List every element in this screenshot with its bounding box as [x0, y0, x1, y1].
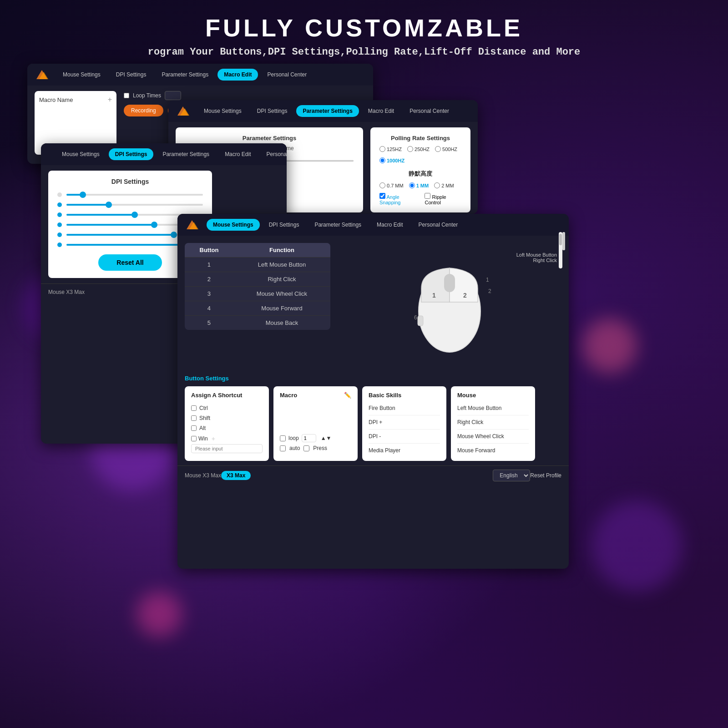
right-click-item[interactable]: Right Click	[457, 417, 529, 427]
nav-personal-center-4[interactable]: Personal Center	[412, 219, 464, 231]
nav-personal-center-2[interactable]: Personal Center	[403, 105, 455, 117]
ripple-control[interactable]: Ripple Control	[425, 193, 461, 205]
loop-checkbox[interactable]	[124, 93, 129, 98]
nav-macro-edit-2[interactable]: Macro Edit	[362, 105, 400, 117]
btn-func-2: Right Click	[233, 272, 330, 287]
plus-icon: +	[212, 435, 215, 442]
reset-profile-button[interactable]: Reset Profile	[530, 472, 561, 479]
divider-4	[457, 415, 529, 415]
auto-checkbox[interactable]	[280, 445, 286, 451]
polling-1000[interactable]: 1000HZ	[379, 157, 404, 163]
macro-panel: Macro ✏️ loop ▲▼ auto Press	[273, 386, 358, 461]
nav-param-settings-3[interactable]: Parameter Settings	[156, 148, 216, 160]
header: FULLY CUSTOMZABLE rogram Your Buttons,DP…	[0, 0, 728, 58]
svg-text:1: 1	[486, 277, 489, 283]
table-row[interactable]: 4 Mouse Forward	[185, 301, 330, 316]
lod-07[interactable]: 0.7 MM	[379, 182, 404, 188]
nav-param-settings-2[interactable]: Parameter Settings	[296, 105, 359, 117]
nav-param-settings-4[interactable]: Parameter Settings	[308, 219, 368, 231]
lod-2[interactable]: 2 MM	[434, 182, 454, 188]
loft-label: Loft Mouse Button	[516, 252, 557, 258]
macro-name-label: Macro Name	[39, 96, 73, 103]
dpi-title: DPI Settings	[57, 178, 203, 185]
win3-nav: Mouse Settings DPI Settings Parameter Se…	[41, 143, 287, 165]
wheel-click-item[interactable]: Mouse Wheel Click	[457, 431, 529, 441]
loop-input[interactable]: 1	[165, 91, 181, 100]
lod-1[interactable]: 1 MM	[409, 182, 429, 188]
ctrl-item: Ctrl	[191, 403, 263, 413]
dpi-minus-item[interactable]: DPI -	[369, 431, 440, 441]
nav-personal-center-3[interactable]: Personal Center	[260, 148, 287, 160]
press-label: Press	[313, 445, 327, 451]
fire-button-item[interactable]: Fire Button	[369, 403, 440, 413]
macro-loop-checkbox[interactable]	[280, 435, 286, 441]
shortcut-input[interactable]	[191, 444, 263, 453]
dpi-dot-6	[57, 243, 62, 247]
btn-num-1: 1	[185, 258, 233, 272]
svg-text:2: 2	[463, 292, 467, 299]
shift-checkbox[interactable]	[191, 415, 197, 421]
nav-dpi-settings-2[interactable]: DPI Settings	[251, 105, 294, 117]
add-macro-icon[interactable]: +	[108, 96, 112, 104]
table-header-button: Button	[185, 243, 233, 258]
win-checkbox[interactable]	[191, 436, 197, 441]
polling-125[interactable]: 125HZ	[379, 146, 402, 152]
loop-row: Loop Times 1	[124, 91, 366, 100]
auto-label: auto	[289, 445, 300, 451]
win4-nav: Mouse Settings DPI Settings Parameter Se…	[177, 214, 569, 236]
ctrl-checkbox[interactable]	[191, 405, 197, 411]
mouse-forward-item[interactable]: Mouse Forward	[457, 445, 529, 455]
media-player-item[interactable]: Media Player	[369, 445, 440, 455]
nav-mouse-settings-2[interactable]: Mouse Settings	[197, 105, 248, 117]
polling-rate-card: Polling Rate Settings 125HZ 250HZ 500HZ …	[370, 127, 470, 212]
nav-dpi-settings-3[interactable]: DPI Settings	[109, 148, 154, 160]
loop-label: Loop Times	[133, 92, 161, 99]
recording-button[interactable]: Recording	[124, 105, 163, 116]
extra-options: Angle Snapping Ripple Control	[379, 193, 461, 205]
win-row: Win +	[191, 435, 263, 442]
polling-title: Polling Rate Settings	[379, 135, 461, 142]
nav-macro-edit-3[interactable]: Macro Edit	[218, 148, 257, 160]
table-row[interactable]: 2 Right Click	[185, 272, 330, 287]
table-row[interactable]: 3 Mouse Wheel Click	[185, 287, 330, 301]
lift-off-options: 0.7 MM 1 MM 2 MM	[379, 182, 461, 188]
nav-dpi-settings-1[interactable]: DPI Settings	[110, 69, 153, 81]
param-card-title: Parameter Settings	[185, 135, 354, 142]
nav-dpi-settings-4[interactable]: DPI Settings	[263, 219, 306, 231]
shortcut-scrollbar[interactable]	[559, 232, 562, 268]
reset-all-button[interactable]: Reset All	[98, 254, 162, 271]
nav-mouse-settings-4[interactable]: Mouse Settings	[207, 219, 260, 231]
dpi-plus-item[interactable]: DPI +	[369, 417, 440, 427]
dpi-slider-2[interactable]	[66, 204, 203, 206]
divider-1	[369, 415, 440, 415]
press-checkbox[interactable]	[303, 445, 309, 451]
nav-mouse-settings-3[interactable]: Mouse Settings	[56, 148, 106, 160]
nav-mouse-settings-1[interactable]: Mouse Settings	[56, 69, 107, 81]
sub-title: rogram Your Buttons,DPI Settings,Polling…	[0, 46, 728, 58]
button-table-area: Button Function 1 Left Mouse Button 2 Ri…	[185, 243, 330, 361]
svg-text:1: 1	[432, 292, 436, 299]
alt-label: Alt	[199, 425, 206, 431]
nav-param-settings-1[interactable]: Parameter Settings	[155, 69, 215, 81]
nav-macro-edit-1[interactable]: Macro Edit	[217, 69, 258, 81]
language-select[interactable]: English	[493, 470, 530, 481]
shift-label: Shift	[199, 415, 210, 421]
win1-nav: Mouse Settings DPI Settings Parameter Se…	[27, 64, 373, 86]
btn-num-3: 3	[185, 287, 233, 301]
angle-snapping[interactable]: Angle Snapping	[379, 193, 419, 205]
nav-macro-edit-4[interactable]: Macro Edit	[370, 219, 409, 231]
dpi-dot-3	[57, 212, 62, 217]
macro-loop-input[interactable]	[302, 434, 316, 442]
alt-checkbox[interactable]	[191, 425, 197, 431]
table-row[interactable]: 5 Mouse Back	[185, 316, 330, 330]
table-row[interactable]: 1 Left Mouse Button	[185, 258, 330, 272]
dpi-slider-1[interactable]	[66, 194, 203, 196]
nav-personal-center-1[interactable]: Personal Center	[261, 69, 313, 81]
left-mouse-item[interactable]: Left Mouse Button	[457, 403, 529, 413]
left-mouse-label: Left Mouse Button	[457, 405, 501, 411]
polling-250[interactable]: 250HZ	[407, 146, 430, 152]
button-function-table: Button Function 1 Left Mouse Button 2 Ri…	[185, 243, 330, 330]
polling-500[interactable]: 500HZ	[435, 146, 457, 152]
mouse-scrollbar[interactable]	[562, 232, 565, 250]
macro-edit-icon[interactable]: ✏️	[344, 392, 351, 399]
